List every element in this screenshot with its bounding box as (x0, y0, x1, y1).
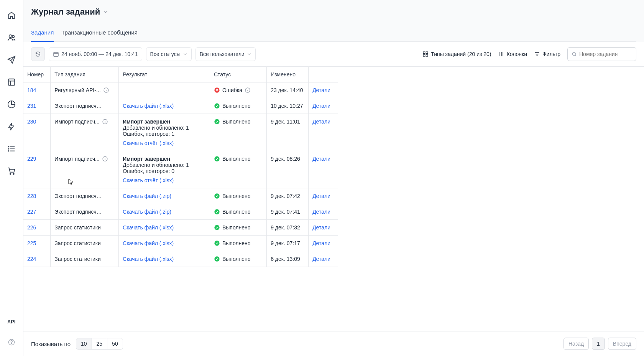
title-chevron-icon[interactable] (103, 9, 108, 15)
error-circle-icon (214, 87, 220, 93)
row-number-link[interactable]: 230 (27, 119, 36, 125)
home-icon[interactable] (4, 8, 19, 23)
info-icon[interactable] (102, 119, 108, 125)
details-link[interactable]: Детали (312, 224, 330, 231)
pager-back-button[interactable]: Назад (564, 338, 589, 350)
table-row: 226Запрос статистикиСкачать файл (.xlsx)… (23, 220, 338, 236)
help-icon[interactable] (4, 335, 19, 350)
pager-page-number[interactable]: 1 (592, 338, 605, 350)
cart-icon[interactable] (4, 163, 19, 179)
status-text: Выполнено (222, 193, 251, 199)
row-number-link[interactable]: 225 (27, 240, 36, 246)
row-type: Регулярный API-... (54, 87, 100, 93)
details-link[interactable]: Детали (312, 156, 330, 162)
info-icon[interactable] (103, 87, 109, 93)
row-number-link[interactable]: 226 (27, 224, 36, 231)
pager-forward-button[interactable]: Вперед (608, 338, 636, 350)
details-link[interactable]: Детали (312, 209, 330, 215)
result-download-link[interactable]: Скачать отчёт (.xlsx) (123, 177, 174, 183)
status-text: Выполнено (222, 240, 251, 246)
info-icon[interactable] (245, 87, 251, 93)
api-link[interactable]: API (7, 319, 16, 325)
table-row: 227Экспорт подписчиковСкачать файл (.zip… (23, 204, 338, 220)
page-size-10[interactable]: 10 (76, 338, 92, 349)
types-button[interactable]: Типы заданий (20 из 20) (422, 51, 491, 57)
table-row: 225Запрос статистикиСкачать файл (.xlsx)… (23, 236, 338, 251)
row-number-link[interactable]: 228 (27, 193, 36, 199)
row-number-link[interactable]: 184 (27, 87, 36, 93)
row-changed: 9 дек. 07:42 (267, 188, 309, 204)
chart-icon[interactable] (4, 97, 19, 112)
layout-icon[interactable] (4, 74, 19, 90)
result-line: Добавлено и обновлено: 1 (123, 125, 206, 131)
row-changed: 9 дек. 07:32 (267, 220, 309, 236)
result-download-link[interactable]: Скачать файл (.xlsx) (123, 256, 174, 262)
lightning-icon[interactable] (4, 119, 19, 134)
row-changed: 9 дек. 07:41 (267, 204, 309, 220)
types-label: Типы заданий (20 из 20) (431, 51, 491, 57)
svg-point-10 (13, 173, 14, 175)
svg-point-30 (214, 241, 219, 246)
search-input[interactable] (579, 51, 632, 57)
svg-point-6 (8, 147, 9, 147)
user-filter-label: Все пользователи (200, 51, 245, 57)
col-status[interactable]: Статус (210, 67, 266, 82)
svg-point-9 (10, 173, 11, 175)
date-range-button[interactable]: 24 нояб. 00:00 — 24 дек. 10:41 (49, 47, 142, 61)
row-type: Запрос статистики (54, 256, 100, 262)
result-download-link[interactable]: Скачать файл (.zip) (123, 193, 171, 199)
result-download-link[interactable]: Скачать файл (.xlsx) (123, 240, 174, 246)
users-icon[interactable] (4, 30, 19, 45)
table-row: 184Регулярный API-...Ошибка23 дек. 14:40… (23, 82, 338, 98)
toolbar: 24 нояб. 00:00 — 24 дек. 10:41 Все стату… (23, 42, 644, 67)
result-line: Ошибок, повторов: 1 (123, 131, 206, 137)
row-type: Импорт подписч... (54, 156, 99, 162)
details-link[interactable]: Детали (312, 119, 330, 125)
table-row: 228Экспорт подписчиковСкачать файл (.zip… (23, 188, 338, 204)
status-filter-label: Все статусы (150, 51, 181, 57)
row-changed: 9 дек. 07:17 (267, 236, 309, 251)
status-text: Выполнено (222, 156, 251, 162)
result-title: Импорт завершен (123, 119, 206, 125)
check-circle-icon (214, 103, 220, 109)
search-box[interactable] (567, 47, 636, 61)
header: Журнал заданий ЗаданияТранзакционные соо… (23, 0, 644, 42)
columns-button[interactable]: Колонки (498, 51, 527, 57)
details-link[interactable]: Детали (312, 103, 330, 109)
svg-point-29 (214, 225, 219, 230)
info-icon[interactable] (102, 156, 108, 162)
row-changed: 6 дек. 13:09 (267, 251, 309, 267)
result-download-link[interactable]: Скачать файл (.xlsx) (123, 103, 174, 109)
svg-point-26 (214, 156, 219, 161)
row-changed: 10 дек. 10:27 (267, 98, 309, 114)
result-download-link[interactable]: Скачать файл (.zip) (123, 209, 171, 215)
status-filter-button[interactable]: Все статусы (146, 47, 192, 61)
row-changed: 9 дек. 11:01 (267, 114, 309, 151)
page-size-50[interactable]: 50 (107, 338, 123, 349)
details-link[interactable]: Детали (312, 240, 330, 246)
col-number[interactable]: Номер (23, 67, 51, 82)
details-link[interactable]: Детали (312, 87, 330, 93)
details-link[interactable]: Детали (312, 256, 330, 262)
filter-button[interactable]: Фильтр (534, 51, 560, 57)
result-download-link[interactable]: Скачать файл (.xlsx) (123, 224, 174, 231)
col-result[interactable]: Результат (119, 67, 210, 82)
result-download-link[interactable]: Скачать отчёт (.xlsx) (123, 140, 174, 146)
send-icon[interactable] (4, 52, 19, 68)
tab-1[interactable]: Транзакционные сообщения (61, 25, 138, 42)
table-row: 230Импорт подписч...Импорт завершенДобав… (23, 114, 338, 151)
col-type[interactable]: Тип задания (51, 67, 119, 82)
svg-rect-2 (8, 79, 15, 86)
row-number-link[interactable]: 227 (27, 209, 36, 215)
col-changed[interactable]: Изменено (267, 67, 309, 82)
row-number-link[interactable]: 231 (27, 103, 36, 109)
details-link[interactable]: Детали (312, 193, 330, 199)
row-number-link[interactable]: 224 (27, 256, 36, 262)
page-size-25[interactable]: 25 (92, 338, 108, 349)
user-filter-button[interactable]: Все пользователи (196, 47, 256, 61)
refresh-button[interactable] (31, 47, 45, 61)
row-number-link[interactable]: 229 (27, 156, 36, 162)
tab-0[interactable]: Задания (31, 25, 54, 42)
list-icon[interactable] (4, 141, 19, 157)
svg-point-12 (11, 343, 12, 344)
